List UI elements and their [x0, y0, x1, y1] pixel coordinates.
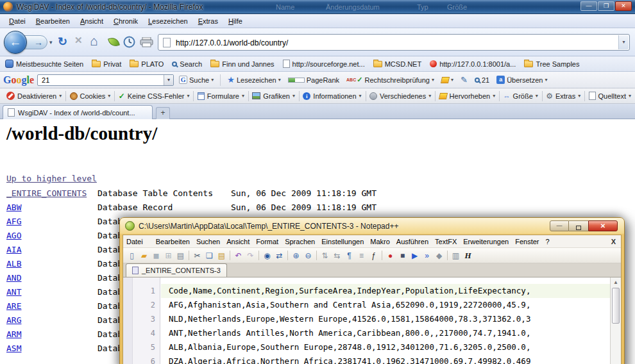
reload-button[interactable]: ↻ — [58, 35, 67, 49]
url-input[interactable]: http://127.0.0.1/world-db/country/ — [176, 38, 288, 47]
new-file-icon[interactable]: ▯ — [126, 250, 138, 261]
google-search-input[interactable]: 21 ▾ — [37, 74, 174, 86]
window-minimize-button[interactable]: — — [580, 1, 597, 11]
function-list-icon[interactable]: ƒ — [368, 250, 380, 261]
close-button[interactable]: ✕ — [588, 220, 618, 231]
entry-link[interactable]: ANT — [6, 287, 21, 297]
save-all-icon[interactable]: ⊞ — [162, 250, 174, 261]
cut-icon[interactable]: ✂ — [191, 250, 203, 261]
zoom-out-icon[interactable]: ⊖ — [302, 250, 314, 261]
highlighter-button[interactable]: ▾ — [439, 74, 455, 87]
print-button-icon[interactable] — [140, 37, 153, 47]
webdev-extras[interactable]: ⚙Extras▾ — [542, 92, 584, 101]
show-all-chars-icon[interactable]: ¶ — [343, 250, 355, 261]
code-line[interactable]: ANT,Netherlands Antilles,North America,C… — [161, 326, 610, 340]
history-dropdown-icon[interactable]: ▾ — [49, 39, 53, 46]
entry-link[interactable]: ASM — [6, 343, 21, 353]
webdev-quelltext[interactable]: Quelltext▾ — [585, 92, 635, 100]
undo-icon[interactable]: ↶ — [232, 250, 244, 261]
green-leaf-addon-icon[interactable] — [108, 36, 120, 48]
forward-button[interactable]: → — [24, 35, 47, 49]
bookmark-tree-samples[interactable]: Tree Samples — [524, 60, 579, 68]
npp-menu-ansicht[interactable]: Ansicht — [223, 238, 253, 245]
window-close-button[interactable]: ✕ — [615, 1, 632, 11]
up-to-higher-level-link[interactable]: Up to higher level — [6, 174, 97, 183]
new-tab-button[interactable]: + — [156, 107, 170, 119]
back-button[interactable]: ← — [4, 31, 27, 54]
menu-ansicht[interactable]: Ansicht — [75, 15, 108, 27]
word-wrap-icon[interactable]: ⇆ — [331, 250, 343, 261]
webdev-formulare[interactable]: Formulare▾ — [194, 92, 248, 100]
entry-link[interactable]: ABW — [6, 203, 21, 212]
menu-extras[interactable]: Extras — [193, 15, 223, 27]
entry-link[interactable]: _ENTIRE_CONTENTS — [6, 188, 87, 198]
history-clock-icon[interactable] — [123, 36, 135, 48]
npp-menu-bearbeiten[interactable]: Bearbeiten — [153, 238, 193, 245]
autofill-button[interactable]: ✎ — [459, 74, 470, 87]
npp-menu-sprachen[interactable]: Sprachen — [282, 238, 318, 245]
menu-chronik[interactable]: Chronik — [108, 15, 143, 27]
webdev-hervorheben[interactable]: Hervorheben▾ — [436, 92, 500, 100]
webdev-css[interactable]: ✓Keine CSS-Fehler▾ — [115, 92, 194, 101]
npp-menu-suchen[interactable]: Suchen — [193, 238, 223, 245]
npp-menu-ausfuehren[interactable]: Ausführen — [393, 238, 432, 245]
scrollbar-thumb[interactable] — [612, 288, 620, 324]
maximize-button[interactable] — [569, 220, 588, 231]
redo-icon[interactable]: ↷ — [244, 250, 257, 261]
entry-link[interactable]: AGO — [6, 231, 21, 240]
npp-document-tab[interactable]: _ENTIRE_CONTENTS-3 — [126, 263, 227, 277]
bookmark-finn-und-jannes[interactable]: Finn und Jannes — [210, 60, 274, 68]
npp-menu-format[interactable]: Format — [253, 238, 282, 245]
google-bookmarks-button[interactable]: ★Lesezeichen▾ — [225, 74, 282, 87]
notepad-titlebar[interactable]: C:\Users\Martin\AppData\Local\Temp\_ENTI… — [120, 218, 624, 235]
entry-link[interactable]: AND — [6, 273, 21, 283]
webdev-deaktivieren[interactable]: Deaktivieren▾ — [3, 92, 65, 100]
google-search-value[interactable]: 21 — [42, 76, 49, 84]
entry-link[interactable]: AIA — [6, 245, 21, 254]
webdev-groesse[interactable]: ⇔Größe▾ — [500, 92, 542, 100]
stop-button[interactable]: ✕ — [74, 35, 83, 46]
save-macro-icon[interactable]: ◆ — [433, 250, 445, 261]
bookmark-search[interactable]: Search — [172, 60, 202, 68]
menu-datei[interactable]: Datei — [4, 15, 31, 27]
bookmark-sourceforge[interactable]: http://sourceforge.net... — [283, 60, 365, 68]
minimize-button[interactable]: — — [550, 220, 569, 231]
webdev-grafiken[interactable]: Grafiken▾ — [248, 92, 299, 100]
npp-doc-close-button[interactable]: X — [606, 238, 621, 245]
run-multi-icon[interactable]: » — [421, 250, 433, 261]
translate-button[interactable]: aÜbersetzen▾ — [495, 74, 549, 87]
open-folder-icon[interactable]: ▰ — [138, 250, 150, 261]
npp-menu-help[interactable]: ? — [542, 238, 552, 245]
zoom-in-icon[interactable]: ⊕ — [290, 250, 302, 261]
entry-link[interactable]: ALB — [6, 259, 21, 269]
google-search-dropdown-icon[interactable]: ▾ — [164, 75, 173, 85]
html-preview-icon[interactable]: H — [462, 250, 474, 261]
entry-link[interactable]: ARE — [6, 301, 21, 311]
notepad-editor[interactable]: 1 2 3 4 5 6 Code,Name,Continent,Region,S… — [123, 277, 621, 364]
scroll-up-icon[interactable]: ▲ — [611, 277, 621, 287]
record-macro-icon[interactable]: ● — [384, 250, 396, 261]
code-line[interactable]: DZA,Algeria,Africa,Northern Africa,23817… — [161, 354, 610, 364]
print-icon[interactable]: ▤ — [174, 250, 187, 261]
code-line[interactable]: ALB,Albania,Europe,Southern Europe,28748… — [161, 340, 610, 354]
entry-link[interactable]: ARG — [6, 315, 21, 325]
bookmark-privat[interactable]: Privat — [92, 60, 121, 68]
bookmark-meistbesuchte-seiten[interactable]: Meistbesuchte Seiten — [5, 60, 83, 68]
bookmark-mcsd-net[interactable]: MCSD.NET — [373, 60, 421, 68]
replace-icon[interactable]: ⇄ — [273, 250, 285, 261]
home-button[interactable]: ⌂ — [90, 33, 98, 49]
highlight-count[interactable]: 21 — [473, 74, 491, 87]
url-bar[interactable]: http://127.0.0.1/world-db/country/ ▾ — [158, 34, 630, 51]
menu-lesezeichen[interactable]: Lesezeichen — [143, 15, 193, 27]
tab-wsgidav[interactable]: WsgiDAV - Index of /world-db/count... — [3, 105, 153, 119]
entry-link[interactable]: AFG — [6, 217, 21, 226]
stop-macro-icon[interactable]: ■ — [396, 250, 409, 261]
menu-hilfe[interactable]: Hilfe — [223, 15, 248, 27]
bookmark-localhost-8001[interactable]: http://127.0.0.1:8001/a... — [430, 60, 516, 68]
bookmark-plato[interactable]: PLATO — [130, 60, 164, 68]
npp-menu-makro[interactable]: Makro — [367, 238, 393, 245]
code-line[interactable]: NLD,Netherlands,Europe,Western Europe,41… — [161, 312, 610, 326]
doc-map-icon[interactable]: ▥ — [450, 250, 462, 261]
npp-menu-einstellungen[interactable]: Einstellungen — [318, 238, 367, 245]
entry-link[interactable]: ARM — [6, 329, 21, 339]
